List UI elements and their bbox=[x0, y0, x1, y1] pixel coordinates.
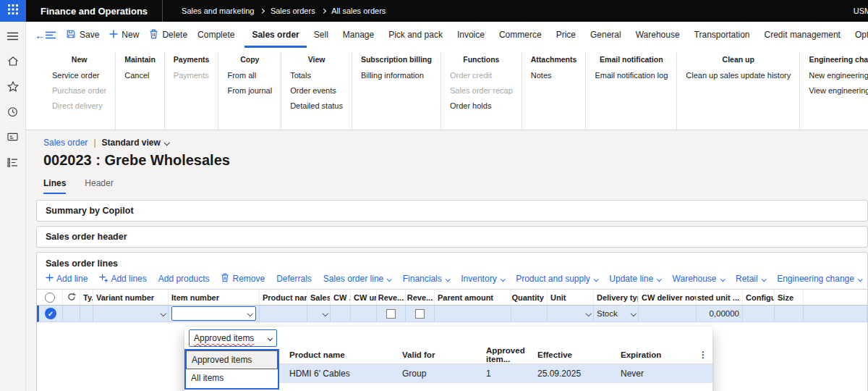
sales-order-line-menu[interactable]: Sales order line bbox=[323, 274, 391, 284]
column-header-unit[interactable]: Unit bbox=[548, 290, 594, 305]
breadcrumb-item[interactable]: Sales orders bbox=[271, 7, 315, 15]
update-line-menu[interactable]: Update line bbox=[609, 274, 660, 284]
column-header-revenue-1[interactable]: Reve... bbox=[377, 290, 406, 305]
column-header-cw[interactable]: CW ... bbox=[331, 290, 351, 305]
checkbox-unchecked[interactable] bbox=[415, 309, 425, 319]
nav-recent-button[interactable] bbox=[3, 105, 23, 121]
ribbon-item-notes[interactable]: Notes bbox=[531, 71, 577, 80]
company-selector[interactable]: USMF bbox=[854, 7, 868, 15]
tab-options[interactable]: Options bbox=[848, 22, 868, 48]
column-header-sales[interactable]: Sales ... bbox=[307, 290, 331, 305]
row-cw-deliver-now-cell[interactable] bbox=[639, 306, 697, 321]
remove-button[interactable]: Remove bbox=[221, 273, 265, 285]
column-header-parent-amount[interactable]: Parent amount bbox=[435, 290, 511, 305]
tab-manage[interactable]: Manage bbox=[336, 22, 381, 48]
retail-menu[interactable]: Retail bbox=[736, 274, 765, 284]
row-revenue-2-cell[interactable] bbox=[406, 306, 435, 321]
more-options-icon[interactable] bbox=[699, 350, 707, 360]
breadcrumb-item[interactable]: All sales orders bbox=[331, 7, 386, 15]
column-header-quantity[interactable]: Quantity bbox=[511, 290, 548, 305]
ribbon-item-from-all[interactable]: From all bbox=[227, 71, 272, 80]
column-header-cw-deliver-now[interactable]: CW deliver now bbox=[639, 290, 697, 305]
tab-price[interactable]: Price bbox=[549, 22, 583, 48]
save-button[interactable]: Save bbox=[66, 29, 99, 41]
delete-button[interactable]: Delete bbox=[149, 29, 187, 41]
tab-sell[interactable]: Sell bbox=[307, 22, 336, 48]
ribbon-item-new-engineering-change-request[interactable]: New engineering change request bbox=[809, 71, 868, 80]
sales-order-lines-title[interactable]: Sales order lines bbox=[37, 253, 867, 273]
column-header-adjusted-unit[interactable]: Adjusted unit ... bbox=[697, 290, 743, 305]
lookup-column-product-name[interactable]: Product name bbox=[289, 350, 402, 359]
tab-pick-and-pack[interactable]: Pick and pack bbox=[381, 22, 450, 48]
row-variant-number-cell[interactable] bbox=[93, 306, 169, 321]
ribbon-item-totals[interactable]: Totals bbox=[290, 71, 343, 80]
lookup-column-valid-for[interactable]: Valid for bbox=[402, 350, 486, 359]
warehouse-menu[interactable]: Warehouse bbox=[673, 274, 724, 284]
breadcrumb-item[interactable]: Sales and marketing bbox=[182, 7, 254, 15]
row-item-number-cell[interactable] bbox=[169, 306, 260, 321]
column-header-item-number[interactable]: Item number bbox=[169, 290, 260, 305]
app-title[interactable]: Finance and Operations bbox=[26, 6, 162, 17]
expand-nav-button[interactable] bbox=[3, 29, 23, 45]
tab-transportation[interactable]: Transportation bbox=[687, 22, 757, 48]
financials-menu[interactable]: Financials bbox=[403, 274, 450, 284]
row-unit-cell[interactable] bbox=[548, 306, 594, 321]
inventory-menu[interactable]: Inventory bbox=[461, 274, 504, 284]
tab-invoice[interactable]: Invoice bbox=[450, 22, 492, 48]
column-header-revenue-2[interactable]: Reve... bbox=[406, 290, 435, 305]
tab-header[interactable]: Header bbox=[85, 178, 113, 194]
ribbon-item-clean-up-sales-update-history[interactable]: Clean up sales update history bbox=[686, 71, 791, 80]
complete-button[interactable]: Complete bbox=[197, 30, 234, 40]
lookup-column-expiration[interactable]: Expiration bbox=[621, 350, 693, 359]
item-number-combobox[interactable] bbox=[171, 306, 256, 321]
row-revenue-1-cell[interactable] bbox=[377, 306, 406, 321]
option-all-items[interactable]: All items bbox=[186, 369, 278, 388]
refresh-column-header[interactable] bbox=[63, 290, 80, 305]
lookup-column-approved-item[interactable]: Approved item... bbox=[486, 346, 537, 363]
engineering-change-menu[interactable]: Engineering change bbox=[777, 274, 861, 284]
add-line-button[interactable]: Add line bbox=[46, 274, 88, 284]
app-launcher-button[interactable] bbox=[0, 0, 26, 22]
tab-commerce[interactable]: Commerce bbox=[492, 22, 549, 48]
column-header-configuration[interactable]: Configur... bbox=[743, 290, 775, 305]
nav-workspaces-button[interactable] bbox=[3, 130, 23, 146]
product-and-supply-menu[interactable]: Product and supply bbox=[516, 274, 597, 284]
row-adjusted-unit-cell[interactable]: 0,00000 bbox=[697, 306, 743, 321]
checkbox-unchecked[interactable] bbox=[386, 309, 396, 319]
column-header-product-name[interactable]: Product name bbox=[260, 290, 307, 305]
row-sales-cell[interactable] bbox=[307, 306, 331, 321]
tab-credit-management[interactable]: Credit management bbox=[757, 22, 848, 48]
row-delivery-type-cell[interactable]: Stock bbox=[594, 306, 639, 321]
tab-sales-order[interactable]: Sales order bbox=[244, 22, 306, 48]
new-button[interactable]: New bbox=[109, 30, 139, 41]
ribbon-item-billing-information[interactable]: Billing information bbox=[361, 71, 432, 80]
row-select-cell[interactable] bbox=[39, 306, 63, 321]
section-summary-by-copilot[interactable]: Summary by Copilot bbox=[36, 200, 868, 222]
row-quantity-cell[interactable] bbox=[511, 306, 548, 321]
action-pane-menu-button[interactable] bbox=[46, 26, 56, 43]
ribbon-item-detailed-status[interactable]: Detailed status bbox=[290, 101, 343, 110]
ribbon-item-order-events[interactable]: Order events bbox=[290, 86, 343, 95]
ribbon-item-view-engineering-change-requests[interactable]: View engineering change requests bbox=[809, 86, 868, 95]
column-header-type[interactable]: Ty... bbox=[80, 290, 93, 305]
select-all-header[interactable] bbox=[37, 290, 63, 305]
record-type-link[interactable]: Sales order bbox=[43, 138, 88, 148]
tab-warehouse[interactable]: Warehouse bbox=[629, 22, 687, 48]
ribbon-item-from-journal[interactable]: From journal bbox=[227, 86, 272, 95]
lookup-filter-combobox[interactable]: Approved items bbox=[189, 329, 277, 347]
deferrals-button[interactable]: Deferrals bbox=[276, 274, 312, 284]
column-header-delivery-type[interactable]: Delivery type bbox=[594, 290, 639, 305]
column-header-size[interactable]: Size bbox=[775, 290, 804, 305]
ribbon-item-service-order[interactable]: Service order bbox=[52, 71, 106, 80]
ribbon-item-order-holds[interactable]: Order holds bbox=[450, 101, 513, 110]
ribbon-item-email-notification-log[interactable]: Email notification log bbox=[595, 71, 668, 80]
nav-modules-button[interactable] bbox=[3, 156, 23, 172]
option-approved-items[interactable]: Approved items bbox=[186, 350, 278, 369]
tab-general[interactable]: General bbox=[583, 22, 629, 48]
add-products-button[interactable]: Add products bbox=[158, 274, 210, 284]
column-header-cw-unit[interactable]: CW unit bbox=[351, 290, 377, 305]
nav-favorites-button[interactable] bbox=[3, 80, 23, 96]
selected-line-row[interactable]: Stock 0,00000 bbox=[37, 306, 867, 322]
lookup-result-row[interactable]: HDMI 6' Cables Group 1 25.09.2025 Never bbox=[279, 364, 712, 383]
ribbon-item-cancel[interactable]: Cancel bbox=[124, 71, 156, 80]
